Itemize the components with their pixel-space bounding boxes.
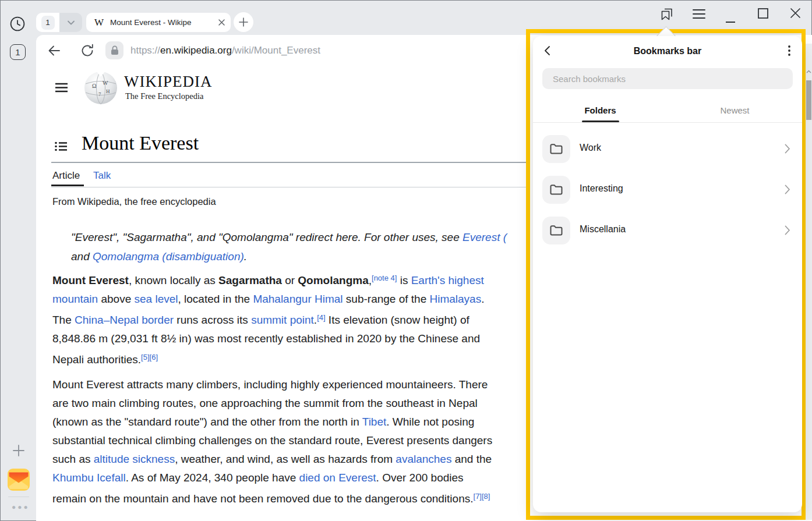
clock-icon [9, 16, 26, 32]
wiki-link[interactable]: mountain [52, 293, 98, 305]
folder-name: Interesting [580, 183, 623, 194]
tab-title-fade [195, 16, 212, 29]
text-segment: Mount Everest attracts many climbers, in… [52, 378, 488, 391]
bookmark-folder-row[interactable]: Work [533, 129, 802, 169]
chevron-right-icon [785, 225, 790, 238]
wikipedia-globe-logo[interactable]: Ω W 7 H [84, 71, 118, 105]
wikipedia-tagline: The Free Encyclopedia [125, 91, 203, 101]
folder-icon-chip [542, 176, 570, 204]
text-segment: "Everest", "Sagarmatha", and "Qomolangma… [71, 231, 463, 243]
folder-name: Work [580, 143, 601, 153]
bookmark-folder-row[interactable]: Interesting [533, 169, 802, 210]
title-divider [51, 162, 530, 163]
kebab-menu-icon [788, 45, 791, 56]
text-line: remain on the mountain and have not been… [52, 487, 492, 508]
folder-icon [549, 225, 563, 236]
browser-menu-button[interactable] [692, 8, 706, 20]
text-line: such as altitude sickness, weather, and … [52, 450, 492, 469]
tab-close-button[interactable] [218, 19, 225, 26]
reference-link[interactable]: [4] [317, 313, 325, 322]
back-button[interactable] [47, 43, 62, 58]
minimize-button[interactable] [726, 16, 735, 19]
wiki-link[interactable]: Tibet [362, 416, 387, 428]
wiki-link[interactable]: Khumbu Icefall [52, 472, 126, 484]
reference-link[interactable]: [5][6] [141, 353, 158, 361]
sidebar-add-button[interactable] [12, 444, 26, 458]
wiki-link[interactable]: China–Nepal border [75, 314, 174, 326]
reload-button[interactable] [80, 43, 95, 58]
wiki-link[interactable]: sea level [135, 293, 178, 305]
panel-tab-newest[interactable]: Newest [668, 98, 802, 122]
tab-counter-control[interactable]: 1 [36, 13, 82, 32]
toc-button[interactable] [55, 141, 68, 151]
scrollbar-up-arrow[interactable] [806, 66, 811, 72]
url-path: /wiki/Mount_Everest [232, 45, 320, 56]
reference-link[interactable]: [note 4] [372, 274, 397, 282]
tab-count-button[interactable]: 1 [10, 44, 26, 60]
svg-text:7: 7 [98, 91, 101, 97]
text-segment: Mount Everest [52, 274, 129, 286]
bookmarks-search-input[interactable] [542, 68, 793, 89]
reload-icon [80, 43, 95, 58]
text-segment: . As of May 2024, 340 people have [126, 472, 299, 484]
plus-icon [12, 444, 25, 457]
mail-app-icon [8, 469, 30, 491]
wiki-tab-article[interactable]: Article [52, 170, 80, 182]
wiki-link[interactable]: Qomolangma (disambiguation) [93, 250, 244, 263]
sidebar-divider [8, 497, 29, 497]
bookmarks-panel-button[interactable] [659, 6, 675, 22]
wiki-main-menu-button[interactable] [55, 83, 68, 93]
text-line: are two main climbing routes, one approa… [52, 394, 492, 413]
wiki-link[interactable]: Earth's highest [411, 274, 484, 286]
text-line: substantial technical climbing challenge… [52, 431, 492, 450]
plus-icon [239, 17, 248, 27]
browser-tab[interactable]: W Mount Everest - Wikipe [86, 13, 231, 32]
site-security-chip[interactable] [105, 41, 123, 59]
wiki-link[interactable]: summit point [251, 314, 314, 326]
panel-tab-folders[interactable]: Folders [533, 98, 668, 122]
active-tab-underline [51, 185, 84, 186]
folder-icon-chip [542, 217, 570, 244]
text-segment: remain on the mountain and have not been… [52, 492, 474, 505]
text-segment: , located in the [178, 293, 253, 305]
text-segment: Sagarmatha [218, 274, 282, 286]
wiki-link[interactable]: avalanches [396, 453, 451, 465]
history-clock-button[interactable] [9, 16, 26, 32]
maximize-button[interactable] [758, 8, 768, 19]
maximize-icon [758, 8, 768, 19]
bookmark-folder-row[interactable]: Miscellania [533, 210, 802, 251]
scrollbar-thumb[interactable] [806, 80, 811, 120]
reference-link[interactable]: [7][8] [474, 492, 490, 501]
wiki-link[interactable]: Everest ( [463, 231, 507, 243]
tab-counter-number[interactable]: 1 [36, 13, 59, 32]
folder-icon-chip [542, 135, 570, 163]
text-line: and Qomolangma (disambiguation). [71, 247, 507, 266]
wiki-link[interactable]: Mahalangur Himal [253, 293, 343, 305]
hamburger-icon [55, 83, 68, 93]
panel-menu-button[interactable] [782, 45, 793, 56]
redirect-hatnote: "Everest", "Sagarmatha", and "Qomolangma… [71, 228, 507, 266]
text-segment: , known locally as [129, 274, 218, 286]
close-icon [790, 8, 801, 19]
folder-icon [549, 143, 563, 155]
wikipedia-wordmark[interactable]: WIKIPEDIA [124, 73, 212, 91]
window-close-button[interactable] [790, 8, 801, 19]
text-segment: . Over 200 bodies [376, 472, 464, 484]
text-segment: sub-range of the [343, 293, 430, 305]
bookmarks-panel: Bookmarks bar Folders Newest Work [533, 36, 802, 512]
wiki-link[interactable]: Himalayas [430, 293, 482, 305]
sidebar-more-button[interactable]: ●●● [12, 503, 30, 511]
address-bar[interactable]: https://en.wikipedia.org/wiki/Mount_Ever… [130, 44, 320, 58]
wiki-link[interactable]: died on Everest [299, 472, 376, 484]
wikipedia-favicon: W [94, 17, 104, 29]
tab-list-dropdown[interactable] [59, 13, 82, 32]
wiki-link[interactable]: altitude sickness [94, 453, 175, 465]
mail-app-button[interactable] [8, 469, 30, 491]
chevron-right-icon [785, 185, 790, 197]
wiki-tab-talk[interactable]: Talk [93, 170, 111, 182]
text-segment: . [481, 293, 484, 305]
close-icon [218, 19, 225, 26]
new-tab-button[interactable] [234, 12, 253, 32]
text-line: "Everest", "Sagarmatha", and "Qomolangma… [71, 228, 507, 247]
folder-name: Miscellania [580, 224, 626, 235]
